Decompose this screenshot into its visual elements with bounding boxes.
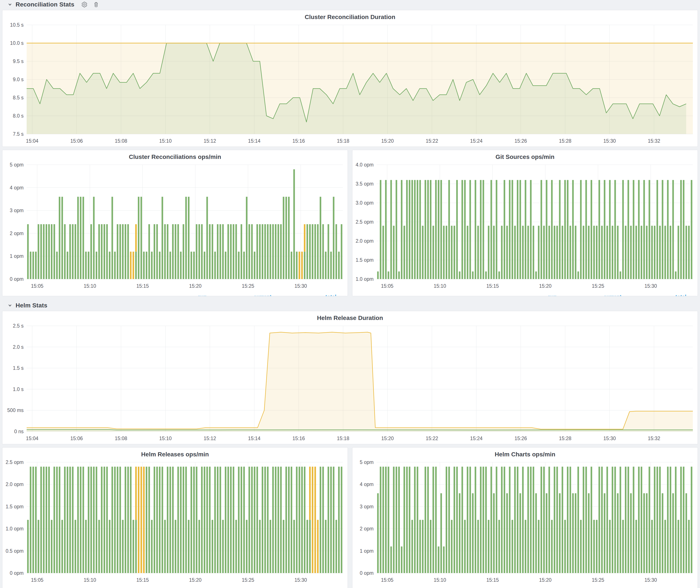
- panel-cluster-reconciliations-opm: Cluster Reconciliations ops/min 15:0515:…: [2, 150, 348, 296]
- svg-text:1.0 s: 1.0 s: [13, 386, 24, 392]
- svg-text:15:10: 15:10: [159, 138, 172, 144]
- svg-text:8.5 s: 8.5 s: [13, 95, 24, 100]
- panel-title[interactable]: Cluster Reconciliation Duration: [2, 10, 698, 21]
- gear-icon[interactable]: [81, 2, 87, 8]
- svg-text:15:05: 15:05: [31, 577, 44, 583]
- svg-text:1.5 opm: 1.5 opm: [356, 257, 374, 263]
- svg-text:15:30: 15:30: [644, 577, 657, 583]
- legend-sort-current[interactable]: current: [206, 294, 271, 296]
- legend-git-sources: avgcurrenttotalsuccessful git pulls2.87 …: [352, 292, 698, 296]
- svg-text:15:30: 15:30: [294, 283, 307, 289]
- grafana-dashboard: { "colors": { "green": "#7EB26D", "green…: [0, 0, 700, 588]
- svg-text:5 opm: 5 opm: [360, 459, 374, 465]
- svg-text:15:08: 15:08: [115, 138, 127, 144]
- svg-text:15:14: 15:14: [248, 436, 261, 441]
- svg-text:15:08: 15:08: [115, 436, 127, 441]
- section-header-helm-stats[interactable]: Helm Stats: [2, 301, 698, 310]
- svg-text:15:06: 15:06: [70, 436, 83, 441]
- legend-header-row: avgcurrenttotal: [9, 292, 336, 296]
- svg-text:15:18: 15:18: [337, 436, 349, 441]
- svg-text:15:10: 15:10: [159, 436, 172, 441]
- svg-text:15:26: 15:26: [515, 436, 527, 441]
- svg-text:15:25: 15:25: [242, 577, 254, 583]
- svg-text:10.0 s: 10.0 s: [10, 40, 24, 46]
- svg-text:15:10: 15:10: [84, 283, 96, 289]
- section-header-reconciliation-stats[interactable]: Reconciliation Stats: [2, 0, 698, 9]
- svg-text:15:10: 15:10: [434, 283, 446, 289]
- svg-text:1 opm: 1 opm: [10, 253, 24, 259]
- svg-text:15:25: 15:25: [592, 577, 604, 583]
- svg-text:10.5 s: 10.5 s: [10, 22, 24, 28]
- svg-text:3.0 opm: 3.0 opm: [356, 200, 374, 206]
- svg-text:15:25: 15:25: [592, 283, 604, 289]
- svg-text:2.5 opm: 2.5 opm: [356, 219, 374, 225]
- section-title[interactable]: Reconciliation Stats: [16, 1, 74, 8]
- svg-text:15:20: 15:20: [189, 577, 202, 583]
- svg-text:4.0 opm: 4.0 opm: [356, 162, 374, 168]
- svg-text:15:05: 15:05: [31, 283, 44, 289]
- svg-text:15:25: 15:25: [242, 283, 254, 289]
- chevron-down-icon[interactable]: [7, 303, 13, 308]
- barchart-git-sources[interactable]: 15:0515:1015:1515:2015:2515:301.0 opm1.5…: [352, 161, 698, 292]
- panel-title[interactable]: Helm Release Duration: [2, 311, 698, 322]
- svg-text:15:32: 15:32: [648, 436, 660, 441]
- svg-text:5 opm: 5 opm: [10, 162, 24, 168]
- legend-sort-total[interactable]: total: [621, 294, 686, 296]
- svg-text:1 opm: 1 opm: [360, 548, 374, 554]
- svg-text:15:12: 15:12: [204, 138, 216, 144]
- svg-text:3 opm: 3 opm: [10, 208, 24, 213]
- legend-sort-current[interactable]: current: [556, 294, 621, 296]
- svg-text:15:16: 15:16: [292, 436, 305, 441]
- svg-text:1.0 opm: 1.0 opm: [356, 276, 374, 282]
- svg-text:15:04: 15:04: [26, 138, 39, 144]
- svg-text:15:24: 15:24: [470, 436, 483, 441]
- svg-text:9.5 s: 9.5 s: [13, 58, 24, 64]
- panel-helm-releases-opm: Helm Releases ops/min 15:0515:1015:1515:…: [2, 447, 348, 588]
- svg-text:15:24: 15:24: [470, 138, 483, 144]
- svg-text:1.5 opm: 1.5 opm: [6, 504, 24, 509]
- svg-text:15:30: 15:30: [644, 283, 657, 289]
- svg-text:0 opm: 0 opm: [360, 570, 374, 576]
- svg-text:2.0 opm: 2.0 opm: [6, 481, 24, 487]
- panel-title[interactable]: Cluster Reconciliations ops/min: [2, 150, 348, 161]
- svg-text:15:20: 15:20: [539, 577, 552, 583]
- chevron-down-icon[interactable]: [7, 2, 13, 7]
- svg-text:15:06: 15:06: [70, 138, 83, 144]
- barchart-helm-charts[interactable]: 15:0515:1015:1515:2015:2515:300 opm1 opm…: [352, 459, 698, 586]
- panel-title[interactable]: Git Sources ops/min: [352, 150, 698, 161]
- svg-text:3.5 opm: 3.5 opm: [356, 181, 374, 187]
- svg-text:15:10: 15:10: [434, 577, 446, 583]
- panel-title[interactable]: Helm Releases ops/min: [2, 447, 348, 459]
- legend-sort-avg[interactable]: avg: [142, 294, 206, 296]
- svg-text:1.5 s: 1.5 s: [13, 365, 24, 371]
- svg-text:2.0 s: 2.0 s: [13, 344, 24, 350]
- legend-header-row: avgcurrenttotal: [9, 586, 336, 588]
- legend-sort-avg[interactable]: avg: [492, 294, 556, 296]
- svg-text:0 ns: 0 ns: [14, 429, 24, 434]
- svg-text:15:18: 15:18: [337, 138, 349, 144]
- legend-header-row: avgcurrenttotal: [359, 586, 686, 588]
- timeseries-cluster-reconciliation-duration[interactable]: 15:0415:0615:0815:1015:1215:1415:1615:18…: [2, 21, 698, 147]
- svg-text:4 opm: 4 opm: [10, 185, 24, 191]
- svg-text:15:30: 15:30: [294, 577, 307, 583]
- panel-helm-release-duration: Helm Release Duration 15:0415:0615:0815:…: [2, 311, 698, 444]
- trash-icon[interactable]: [93, 2, 99, 8]
- section-title[interactable]: Helm Stats: [16, 302, 47, 309]
- timeseries-helm-release-duration[interactable]: 15:0415:0615:0815:1015:1215:1415:1615:18…: [2, 322, 698, 444]
- panel-title[interactable]: Helm Charts ops/min: [352, 447, 698, 459]
- svg-text:15:05: 15:05: [381, 577, 394, 583]
- svg-text:15:28: 15:28: [559, 138, 571, 144]
- svg-text:15:15: 15:15: [136, 283, 149, 289]
- svg-text:15:05: 15:05: [381, 283, 394, 289]
- svg-text:1.0 opm: 1.0 opm: [6, 526, 24, 531]
- panel-cluster-reconciliation-duration: Cluster Reconciliation Duration 15:0415:…: [2, 10, 698, 147]
- svg-text:15:30: 15:30: [603, 138, 616, 144]
- panel-git-sources-opm: Git Sources ops/min 15:0515:1015:1515:20…: [352, 150, 698, 296]
- legend-header-row: avgcurrenttotal: [359, 292, 686, 296]
- svg-text:2 opm: 2 opm: [360, 526, 374, 531]
- legend-cluster-reconciliations: avgcurrenttotalsuccessful reconciliation…: [2, 292, 348, 296]
- legend-sort-total[interactable]: total: [271, 294, 336, 296]
- barchart-cluster-reconciliations[interactable]: 15:0515:1015:1515:2015:2515:300 opm1 opm…: [2, 161, 348, 292]
- svg-text:2.0 opm: 2.0 opm: [356, 238, 374, 244]
- barchart-helm-releases[interactable]: 15:0515:1015:1515:2015:2515:300 opm0.5 o…: [2, 459, 348, 586]
